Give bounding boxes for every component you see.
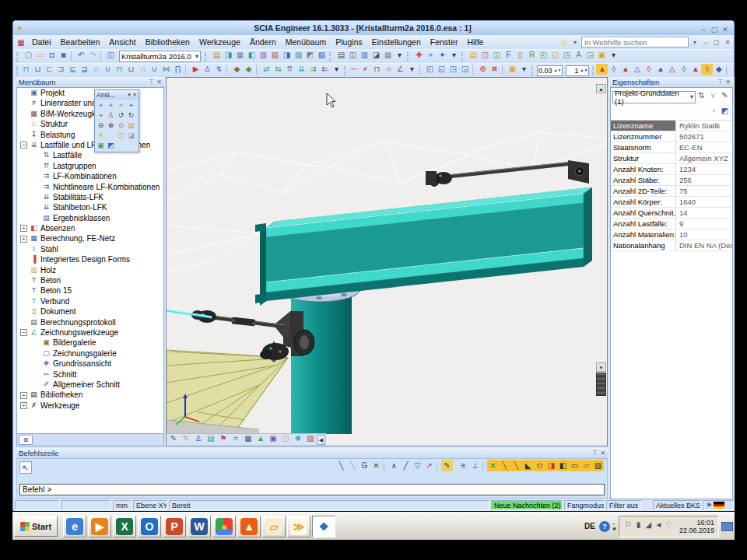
tree-item-lastfalle-und-lf-kombinationen[interactable]: −⇊Lastfälle und LF-Kombinationen [17,140,163,150]
calc-icon[interactable]: ✚ [413,49,425,61]
member-14-icon[interactable]: ∏ [172,63,184,75]
mesh-tool-icon[interactable]: ▨ [293,49,304,61]
win-3-icon[interactable]: ◳ [447,63,459,75]
palette-header[interactable]: Ansi... ▾✕ [95,90,139,100]
toolbar-grip[interactable] [344,66,345,75]
palette-dropdown-icon[interactable]: ▾ [128,92,132,98]
tree-item-linienraster-und-geschosse[interactable]: #Linienraster und Geschosse [17,98,163,108]
tree-item-stabilitats-lfk[interactable]: ⇊Stabilitäts-LFK [17,192,163,202]
taskbar-app-chrome[interactable]: ● [212,516,236,537]
taskbar-app-app-switcher[interactable]: ≫ [287,516,310,537]
property-row-anzahl-materialien[interactable]: Anzahl Materialien:10 [611,229,732,240]
taskbar-app-internet-explorer[interactable]: e [63,516,86,537]
member-9-icon[interactable]: ⊓ [114,63,125,75]
start-button[interactable]: Start [14,516,58,537]
wave-view-icon[interactable]: ≈ [230,432,242,444]
befehlszeile-header[interactable]: Befehlszeile ⊤✕ [16,448,608,458]
tree-item-schnitt[interactable]: ✂Schnitt [17,369,163,380]
tree-item-bibliotheken[interactable]: +▤Bibliotheken [17,390,163,400]
member-1-icon[interactable]: ⊓ [20,63,32,75]
mdi-minimize-button[interactable]: – [701,39,710,46]
snap-node-icon[interactable]: ∧ [388,460,400,471]
taskbar-app-media-player[interactable]: ▶ [88,516,111,537]
eigenschaften-header[interactable]: Eigenschaften ⊤✕ [610,77,733,87]
draw-pencil-2-icon[interactable]: ✎ [180,432,192,444]
sort-icon[interactable]: ⇅ [696,89,707,101]
status-filter[interactable]: Filter aus [606,500,642,510]
actions-export-icon[interactable]: ◩ [719,105,731,117]
view-y-icon[interactable]: ⌖ [106,100,116,110]
tree-item-stahl[interactable]: IStahl [17,244,163,254]
view-x-icon[interactable]: ⌖ [96,100,106,110]
walk-person-icon[interactable]: ♙ [192,432,205,444]
more-draw-icon[interactable]: ▾ [406,63,418,75]
menu-plugins[interactable]: Plugins [331,37,366,47]
gem-brown-icon[interactable]: ◆ [231,63,243,75]
snap-d-icon[interactable]: ◣ [522,460,534,471]
toolbar-grip[interactable] [531,66,533,75]
property-row-anzahl-lastfalle[interactable]: Anzahl Lastfälle:9 [611,219,732,229]
menu-menubaum[interactable]: Menübaum [281,37,331,47]
tie-rod-left[interactable] [191,310,285,327]
pointer-tool-button[interactable]: ↖ [19,461,32,474]
tree-item-struktur[interactable]: ⌂Struktur [17,119,163,129]
mdi-child-icon[interactable]: ▦ [15,38,27,47]
gallery-icon[interactable]: ▤ [211,49,223,61]
ansicht-palette[interactable]: Ansi... ▾✕ ⌖⌖⌖⌖⌖♙↺↻⊖⊕⊙▨☀◫◪▣◩ [94,89,139,152]
save-all-icon[interactable]: ◙ [58,49,69,61]
win-1-icon[interactable]: ◰ [424,63,436,75]
taskbar-app-outlook[interactable]: O [138,516,161,537]
tree-item-absenzen[interactable]: +◧Absenzen [17,223,163,233]
tray-volume-icon[interactable]: ◄ [654,519,664,530]
support-roller-icon[interactable]: ▲ [619,63,631,75]
project-selector[interactable]: Kristallturm2a 2016.0▾ [119,51,201,62]
close-panel-icon[interactable]: ✕ [600,450,605,457]
rotate-right-icon[interactable]: ↻ [126,110,136,121]
expand-icon[interactable]: + [20,236,27,243]
add-node-icon[interactable]: ⊕ [477,63,489,75]
member-12-icon[interactable]: ∪ [149,63,160,75]
tree-item-integriertes-design-forms[interactable]: ▐Integriertes Design Forms [17,254,163,264]
palette-tool-icon[interactable]: ▥ [258,49,269,61]
viewport-toolbar-collapse-icon[interactable]: ◀ [317,435,325,445]
grid-view-icon[interactable]: ▦ [242,432,254,444]
menu-bibliotheken[interactable]: Bibliotheken [141,37,195,47]
zoom-out-icon[interactable]: ⊖ [96,121,106,131]
view-camera-icon[interactable]: ⌖ [96,110,106,121]
support-x-icon[interactable]: △ [631,63,643,75]
toolbar-grip[interactable] [461,52,465,61]
arc-tool-icon[interactable]: ⊓ [371,63,383,75]
tree-item-berechnung-fe-netz[interactable]: +▦Berechnung, FE-Netz [17,233,163,243]
gem-green-icon[interactable]: ◆ [243,63,254,75]
tree-item-allgemeiner-schnitt[interactable]: ✐Allgemeiner Schnitt [17,380,163,390]
calc-view-icon[interactable]: ▣ [96,141,106,151]
win-tl-icon[interactable]: ◰ [538,49,549,61]
zoom-tool-icon[interactable]: ⌖ [425,49,437,61]
cmd-list-icon[interactable]: ≡ [458,460,469,471]
view-z-icon[interactable]: ⌖ [116,100,126,110]
circle-tool-icon[interactable]: ○ [383,63,395,75]
member-13-icon[interactable]: ⋈ [160,63,172,75]
help-icon[interactable]: ? [599,521,610,532]
left-pair-icon[interactable]: ⇇ [319,63,331,75]
status-messages[interactable]: Neue Nachrichten (2) [491,500,563,510]
status-snap-mode[interactable]: Fangmodus [564,500,605,510]
tree-item-zeichnungswerkzeuge[interactable]: −∠Zeichnungswerkzeuge [17,327,163,338]
support-free-icon[interactable]: △ [666,63,678,75]
info-icon[interactable]: ✦ [437,49,448,61]
member-4-icon[interactable]: ⊐ [55,63,67,75]
beam-member[interactable] [255,187,592,306]
snap-draw-icon[interactable]: ✎ [441,460,453,471]
tree-item-lastfalle[interactable]: ⇅Lastfälle [17,150,163,160]
scale-spinner[interactable]: 1▲▼ [566,65,589,76]
save-icon[interactable]: ◘ [46,49,58,61]
box-tool-icon[interactable]: ◧ [246,49,258,61]
expand-icon[interactable]: + [20,392,27,399]
member-8-icon[interactable]: ∪ [102,63,114,75]
tree-item-bildergalerie[interactable]: ▣Bildergalerie [17,338,163,348]
split-view-icon[interactable]: ◫ [279,432,292,444]
zoom-in-icon[interactable]: ⊕ [106,121,116,131]
rotate-left-icon[interactable]: ↺ [116,110,126,121]
tree-item-lastgruppen[interactable]: ⇈Lastgruppen [17,161,163,171]
support-hinge-icon[interactable]: ◊ [608,63,619,75]
